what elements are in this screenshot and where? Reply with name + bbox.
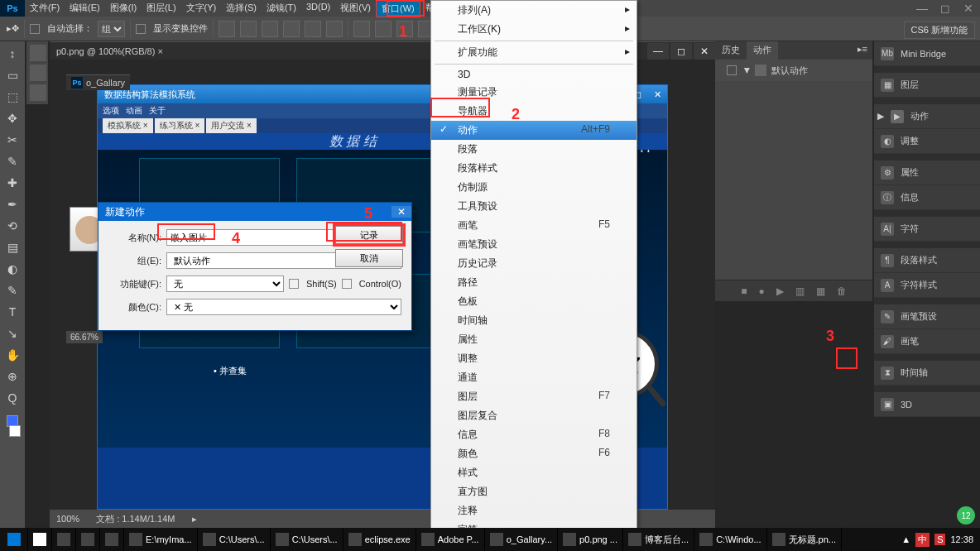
menu-item[interactable]: 导航器 xyxy=(431,102,637,121)
menu-item[interactable]: 段落样式 xyxy=(431,159,637,178)
panel-3D[interactable]: ▣3D xyxy=(874,392,980,417)
tool-icon[interactable]: ◐ xyxy=(2,260,22,278)
taskbar-item[interactable]: 无标题.pn... xyxy=(767,528,842,551)
panel-时间轴[interactable]: ⧗时间轴 xyxy=(874,361,980,386)
secondary-doc-tab[interactable]: Pso_Gallary xyxy=(66,74,130,90)
tool-icon[interactable]: ✋ xyxy=(2,346,22,364)
menu-item[interactable]: 测量记录 xyxy=(431,83,637,102)
menu-item[interactable]: 直方图 xyxy=(431,482,637,501)
auto-select-dropdown[interactable]: 组 xyxy=(98,21,125,37)
taskbar-item[interactable]: C:\Users\... xyxy=(271,528,343,551)
ctrl-checkbox[interactable] xyxy=(342,279,352,289)
close-icon[interactable]: ✕ xyxy=(957,2,980,15)
menu-w[interactable]: 窗口(W) xyxy=(376,0,420,17)
clock[interactable]: 12:38 xyxy=(950,534,973,544)
tool-icon[interactable]: ✂ xyxy=(2,131,22,149)
menu-item[interactable]: 段落 xyxy=(431,140,637,159)
menu-e[interactable]: 编辑(E) xyxy=(65,0,105,17)
dialog-close-icon[interactable]: ✕ xyxy=(392,206,411,218)
distribute-icon[interactable] xyxy=(353,21,370,37)
panel-字符样式[interactable]: A字符样式 xyxy=(874,273,980,298)
panel-画笔[interactable]: 🖌画笔 xyxy=(874,329,980,354)
record-button[interactable]: 记录 xyxy=(335,226,403,244)
align-icon[interactable] xyxy=(305,21,321,37)
notification-bubble[interactable]: 12 xyxy=(957,506,975,525)
tool-icon[interactable]: ⬚ xyxy=(2,88,22,106)
panel-字符[interactable]: A|字符 xyxy=(874,217,980,242)
tool-icon[interactable]: T xyxy=(2,303,22,321)
menu-item[interactable]: 路径 xyxy=(431,273,637,292)
tool-icon[interactable]: ✥ xyxy=(2,109,22,127)
menu-item[interactable]: 样式 xyxy=(431,463,637,482)
panel-icon[interactable] xyxy=(30,45,46,61)
emb-close-icon[interactable]: ✕ xyxy=(647,89,667,100)
menu-item[interactable]: 通道 xyxy=(431,368,637,387)
maximize-icon[interactable]: ◻ xyxy=(934,2,957,15)
emb-tab[interactable]: 动画 xyxy=(126,105,142,117)
minimize-icon[interactable]: — xyxy=(910,2,934,15)
taskbar-item[interactable]: o_Gallary... xyxy=(485,528,558,551)
align-icon[interactable] xyxy=(326,21,343,37)
menu-s[interactable]: 选择(S) xyxy=(221,0,262,17)
ime-icon[interactable]: 中 xyxy=(915,533,930,547)
menu-v[interactable]: 视图(V) xyxy=(335,0,376,17)
menu-item[interactable]: 画笔F5 xyxy=(431,216,637,235)
tool-icon[interactable]: ⊕ xyxy=(2,367,22,386)
menu-t[interactable]: 滤镜(T) xyxy=(262,0,301,17)
taskbar-item[interactable]: C:\Users\... xyxy=(198,528,271,551)
pinned-icon[interactable] xyxy=(100,528,124,551)
emb-section[interactable]: 模拟系统 × xyxy=(103,118,153,133)
shift-checkbox[interactable] xyxy=(289,279,299,289)
tool-icon[interactable]: ✒ xyxy=(2,195,22,213)
align-icon[interactable] xyxy=(219,21,235,37)
tool-icon[interactable]: ▤ xyxy=(2,238,22,256)
menu-item[interactable]: 图层复合 xyxy=(431,406,637,425)
tool-icon[interactable]: ▭ xyxy=(2,66,22,84)
window-menu-dropdown[interactable]: 排列(A)工作区(K)扩展功能3D测量记录导航器动作Alt+F9段落段落样式仿制… xyxy=(430,0,637,551)
menu-item[interactable]: 工具预设 xyxy=(431,197,637,216)
stop-icon[interactable]: ■ xyxy=(741,285,747,297)
align-icon[interactable] xyxy=(240,21,257,37)
menu-item[interactable]: 排列(A) xyxy=(431,1,637,20)
taskbar-item[interactable]: p0.png ... xyxy=(558,528,623,551)
menu-f[interactable]: 文件(F) xyxy=(25,0,65,17)
menu-l[interactable]: 图层(L) xyxy=(142,0,180,17)
panel-动作[interactable]: ▶▶动作 xyxy=(874,104,980,129)
menu-item[interactable]: 仿制源 xyxy=(431,178,637,197)
tool-icon[interactable]: ✎ xyxy=(2,281,22,299)
menu-dd[interactable]: 3D(D) xyxy=(301,0,335,17)
emb-section[interactable]: 用户交流 × xyxy=(206,118,257,133)
record-icon[interactable]: ● xyxy=(759,285,765,297)
emb-tab[interactable]: 关于 xyxy=(149,105,166,117)
panel-调整[interactable]: ◐调整 xyxy=(874,129,980,154)
menu-y[interactable]: 文字(Y) xyxy=(181,0,222,17)
cs6-badge[interactable]: CS6 新增功能 xyxy=(904,22,975,39)
menu-i[interactable]: 图像(I) xyxy=(105,0,142,17)
menu-item[interactable]: 动作Alt+F9 xyxy=(431,121,637,140)
show-transform-checkbox[interactable] xyxy=(136,24,146,34)
new-folder-icon[interactable]: ▥ xyxy=(795,285,805,297)
menu-item[interactable]: 颜色F6 xyxy=(431,444,637,463)
auto-select-checkbox[interactable] xyxy=(30,24,40,34)
menu-item[interactable]: 扩展功能 xyxy=(431,43,637,62)
menu-item[interactable]: 色板 xyxy=(431,292,637,311)
panel-属性[interactable]: ⚙属性 xyxy=(874,161,980,185)
panel-画笔预设[interactable]: ✎画笔预设 xyxy=(874,304,980,329)
menu-item[interactable]: 信息F8 xyxy=(431,425,637,444)
menu-item[interactable]: 画笔预设 xyxy=(431,235,637,254)
taskbar-item[interactable]: E:\myIma... xyxy=(124,528,198,551)
default-actions-label[interactable]: 默认动作 xyxy=(771,65,808,77)
menu-item[interactable]: 时间轴 xyxy=(431,311,637,330)
emb-section[interactable]: 练习系统 × xyxy=(155,118,205,133)
trash-icon[interactable]: 🗑 xyxy=(837,285,847,297)
emb-tab[interactable]: 选项 xyxy=(103,105,119,117)
distribute-icon[interactable] xyxy=(375,21,392,37)
task-view-icon[interactable] xyxy=(52,528,76,551)
panel-icon[interactable] xyxy=(30,65,46,81)
taskbar-item[interactable]: 博客后台... xyxy=(623,528,694,551)
document-tab[interactable]: p0.png @ 100%(RGB/8) xyxy=(56,46,155,56)
tool-icon[interactable]: ↕ xyxy=(2,45,22,63)
doc-minimize-icon[interactable]: — xyxy=(647,43,669,60)
taskbar-item[interactable]: C:\Windo... xyxy=(694,528,766,551)
doc-maximize-icon[interactable]: ◻ xyxy=(670,43,692,60)
